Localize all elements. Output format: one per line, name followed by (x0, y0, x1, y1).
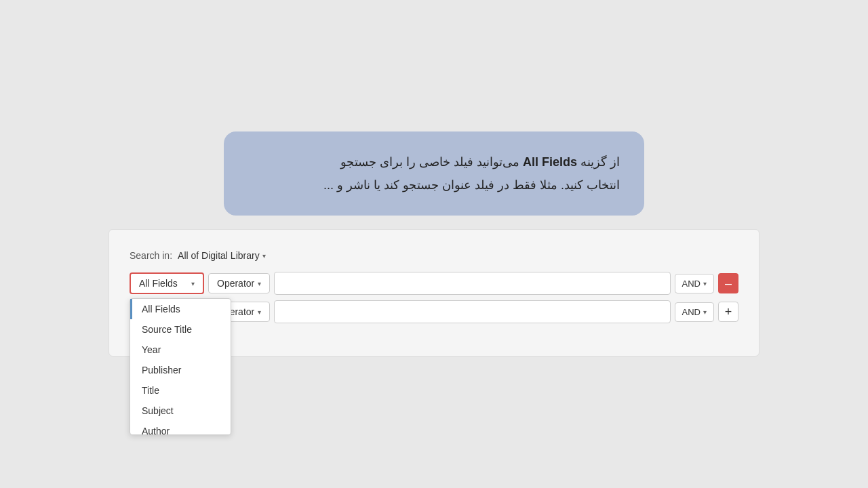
operator-label-1: Operator (217, 278, 254, 289)
all-fields-chevron-icon: ▾ (191, 280, 195, 287)
dropdown-item-source-title[interactable]: Source Title (130, 319, 231, 340)
main-panel: Search in: All of Digital Library ▾ All … (108, 229, 760, 357)
and-label-1: AND (682, 279, 701, 289)
tooltip-highlight: All Fields (523, 155, 577, 169)
search-input-1[interactable] (274, 272, 670, 295)
dropdown-item-title[interactable]: Title (130, 380, 231, 401)
remove-row-button[interactable]: – (718, 273, 738, 293)
search-in-dropdown[interactable]: All of Digital Library ▾ (178, 250, 266, 261)
all-fields-button[interactable]: All Fields ▾ (130, 272, 204, 294)
and-label-2: AND (682, 307, 701, 317)
search-input-2[interactable] (274, 300, 670, 323)
all-fields-label: All Fields (139, 278, 178, 289)
search-in-row: Search in: All of Digital Library ▾ (130, 250, 738, 261)
dropdown-item-subject[interactable]: Subject (130, 401, 231, 421)
search-row-1: All Fields ▾ All Fields Source Title Yea… (130, 272, 738, 295)
and-button-1[interactable]: AND ▾ (675, 274, 714, 293)
dropdown-item-all-fields[interactable]: All Fields (130, 299, 231, 319)
tooltip-bubble: از گزینه All Fields می‌توانید فیلد خاصی … (224, 131, 644, 216)
tooltip-text: از گزینه All Fields می‌توانید فیلد خاصی … (323, 155, 620, 192)
search-in-chevron-icon: ▾ (262, 252, 266, 260)
operator-chevron-icon-2: ▾ (258, 308, 261, 316)
search-in-value: All of Digital Library (178, 250, 260, 261)
dropdown-item-year[interactable]: Year (130, 340, 231, 360)
operator-chevron-icon-1: ▾ (258, 280, 261, 287)
add-icon: + (725, 306, 732, 318)
dropdown-item-publisher[interactable]: Publisher (130, 360, 231, 380)
search-in-label: Search in: (130, 250, 172, 261)
remove-icon: – (725, 277, 732, 289)
dropdown-item-author[interactable]: Author (130, 421, 231, 434)
field-dropdown-wrapper: All Fields ▾ All Fields Source Title Yea… (130, 272, 204, 294)
and-chevron-icon-2: ▾ (703, 308, 707, 316)
add-row-button[interactable]: + (718, 302, 738, 322)
and-chevron-icon-1: ▾ (703, 280, 707, 287)
and-button-2[interactable]: AND ▾ (675, 302, 714, 322)
operator-button-1[interactable]: Operator ▾ (208, 273, 270, 293)
dropdown-items-list: All Fields Source Title Year Publisher T… (130, 299, 231, 434)
field-dropdown-menu: All Fields Source Title Year Publisher T… (130, 298, 231, 435)
